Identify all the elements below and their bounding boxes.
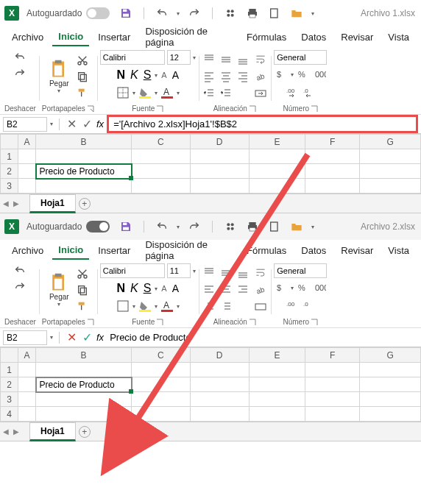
merge-icon-2[interactable] — [253, 299, 268, 314]
increase-indent-icon-2[interactable] — [219, 299, 233, 314]
align-center-icon-2[interactable] — [219, 283, 233, 297]
fx-icon-2[interactable]: fx — [96, 332, 104, 343]
copy-icon-2[interactable] — [75, 283, 90, 297]
redo-big-icon-2[interactable] — [13, 280, 27, 294]
formula-input-2[interactable] — [107, 330, 418, 344]
percent-icon[interactable]: % — [296, 67, 311, 82]
tab-archivo-2[interactable]: Archivo — [6, 242, 49, 259]
copy-icon[interactable] — [75, 69, 90, 84]
cancel-icon[interactable]: ✕ — [66, 116, 78, 132]
font-name-combo[interactable] — [100, 50, 165, 65]
redo-big-icon[interactable] — [13, 66, 27, 81]
formula-text-1[interactable]: ='[Archivo 2.xlsx]Hoja1'!$B$2 — [113, 118, 237, 129]
tab-insertar[interactable]: Insertar — [92, 29, 136, 46]
align-bottom-icon-2[interactable] — [236, 266, 250, 280]
font-color-icon-2[interactable]: A — [160, 299, 174, 313]
touch-icon-2[interactable] — [223, 219, 238, 234]
open-icon[interactable] — [289, 6, 304, 21]
orientation-icon-2[interactable]: ab — [253, 283, 268, 297]
tab-vista[interactable]: Vista — [382, 29, 415, 46]
comma-icon-2[interactable]: 000 — [313, 280, 328, 295]
decrease-decimal-icon[interactable]: .0 — [302, 84, 316, 99]
borders-icon-2[interactable] — [116, 299, 130, 313]
underline-button-2[interactable]: S — [142, 280, 153, 297]
save-icon[interactable] — [118, 6, 133, 21]
enter-icon-2[interactable]: ✓ — [81, 329, 93, 346]
tab-vista-2[interactable]: Vista — [382, 242, 415, 259]
name-box-1[interactable] — [3, 117, 47, 132]
align-middle-icon[interactable] — [219, 52, 233, 67]
cut-icon[interactable] — [75, 53, 90, 68]
tab-revisar-2[interactable]: Revisar — [335, 242, 379, 259]
bold-button-2[interactable]: N — [115, 280, 127, 297]
tab-inicio[interactable]: Inicio — [52, 28, 89, 46]
font-color-icon[interactable]: A — [160, 85, 174, 100]
touch-icon[interactable] — [223, 6, 238, 21]
italic-button-2[interactable]: K — [129, 280, 140, 297]
open-icon-2[interactable] — [289, 219, 304, 234]
paste-button[interactable]: Pegar ▾ — [46, 57, 72, 96]
tab-disposicion-2[interactable]: Disposición de página — [139, 236, 238, 264]
decrease-decimal-icon-2[interactable]: .0 — [302, 297, 316, 312]
save-icon-2[interactable] — [118, 219, 133, 234]
align-left-icon-2[interactable] — [202, 283, 216, 297]
cell-b2-1[interactable]: Precio de Producto — [36, 164, 132, 179]
italic-button[interactable]: K — [129, 67, 140, 83]
redo-icon-2[interactable] — [187, 219, 202, 234]
autosave-toggle-1[interactable]: Autoguardado — [26, 7, 110, 19]
enter-icon[interactable]: ✓ — [81, 116, 93, 132]
bold-button[interactable]: N — [115, 67, 127, 83]
undo-icon-2[interactable] — [155, 219, 169, 234]
tab-archivo[interactable]: Archivo — [6, 29, 49, 46]
add-sheet-button-2[interactable]: + — [79, 426, 91, 438]
currency-icon-2[interactable]: $ — [274, 280, 289, 295]
wrap-text-icon[interactable] — [253, 52, 268, 67]
name-box-2[interactable] — [3, 330, 47, 345]
align-top-icon-2[interactable] — [202, 266, 216, 280]
add-sheet-button-1[interactable]: + — [79, 198, 91, 210]
align-center-icon[interactable] — [219, 69, 233, 84]
currency-icon[interactable]: $ — [274, 67, 289, 82]
tab-revisar[interactable]: Revisar — [335, 29, 379, 46]
increase-font-button-2[interactable]: A — [171, 281, 180, 296]
cancel-icon-2[interactable]: ✕ — [66, 329, 78, 346]
borders-icon[interactable] — [116, 85, 130, 100]
autosave-toggle-2[interactable]: Autoguardado — [26, 221, 110, 233]
font-size-combo[interactable] — [167, 50, 191, 65]
increase-font-button[interactable]: A — [171, 68, 180, 82]
fx-icon[interactable]: fx — [96, 118, 104, 129]
number-format-combo[interactable] — [274, 50, 327, 65]
cell-b2-2[interactable]: Precio de Producto — [36, 377, 132, 392]
font-name-combo-2[interactable] — [100, 263, 165, 278]
format-painter-icon[interactable] — [75, 85, 90, 100]
new-icon[interactable] — [267, 6, 282, 21]
undo-big-icon[interactable] — [13, 50, 27, 65]
number-format-combo-2[interactable] — [274, 263, 327, 278]
decrease-font-button[interactable]: A — [160, 69, 168, 81]
undo-icon[interactable] — [155, 6, 169, 21]
print-icon[interactable] — [245, 6, 260, 21]
increase-decimal-icon-2[interactable]: .00 — [285, 297, 300, 312]
tab-datos-2[interactable]: Datos — [295, 242, 332, 259]
decrease-indent-icon-2[interactable] — [202, 299, 216, 314]
align-right-icon-2[interactable] — [236, 283, 250, 297]
fill-color-icon-2[interactable] — [138, 299, 152, 313]
fill-color-icon[interactable] — [138, 85, 152, 100]
align-middle-icon-2[interactable] — [219, 266, 233, 280]
print-icon-2[interactable] — [245, 219, 260, 234]
decrease-font-button-2[interactable]: A — [160, 283, 168, 294]
align-right-icon[interactable] — [236, 69, 250, 84]
new-icon-2[interactable] — [267, 219, 282, 234]
tab-formulas[interactable]: Fórmulas — [241, 29, 292, 46]
undo-big-icon-2[interactable] — [13, 263, 27, 278]
font-size-combo-2[interactable] — [167, 263, 191, 278]
align-bottom-icon[interactable] — [236, 52, 250, 67]
align-left-icon[interactable] — [202, 69, 216, 84]
increase-indent-icon[interactable] — [219, 86, 233, 101]
wrap-text-icon-2[interactable] — [253, 266, 268, 280]
tab-formulas-2[interactable]: Fórmulas — [241, 242, 292, 259]
increase-decimal-icon[interactable]: .00 — [285, 84, 300, 99]
decrease-indent-icon[interactable] — [202, 86, 216, 101]
sheet-tab-2[interactable]: Hoja1 — [29, 422, 76, 441]
tab-inicio-2[interactable]: Inicio — [52, 241, 89, 260]
